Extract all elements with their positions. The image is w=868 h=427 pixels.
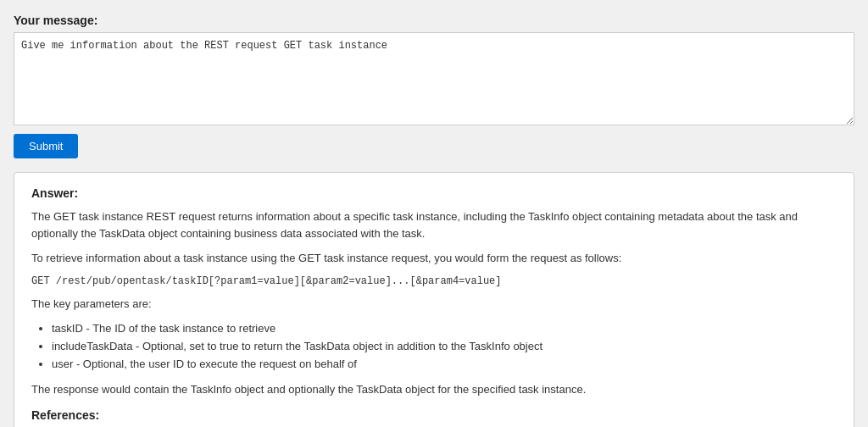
answer-paragraph-2: To retrieve information about a task ins… bbox=[31, 250, 837, 267]
references-heading: References: bbox=[31, 408, 837, 422]
answer-paragraph-3: The key parameters are: bbox=[31, 296, 837, 313]
answer-heading: Answer: bbox=[31, 186, 837, 200]
answer-code-line: GET /rest/pub/opentask/taskID[?param1=va… bbox=[31, 275, 837, 287]
answer-bullet-list: taskID - The ID of the task instance to … bbox=[52, 320, 837, 373]
answer-paragraph-1: The GET task instance REST request retur… bbox=[31, 208, 837, 241]
bullet-item-3: user - Optional, the user ID to execute … bbox=[52, 356, 837, 374]
submit-button[interactable]: Submit bbox=[14, 134, 78, 158]
your-message-label: Your message: bbox=[14, 14, 854, 27]
bullet-item-1: taskID - The ID of the task instance to … bbox=[52, 320, 837, 338]
answer-paragraph-4: The response would contain the TaskInfo … bbox=[31, 381, 837, 398]
bullet-item-2: includeTaskData - Optional, set to true … bbox=[52, 338, 837, 356]
message-textarea[interactable] bbox=[14, 32, 854, 125]
answer-box: Answer: The GET task instance REST reque… bbox=[14, 172, 854, 427]
